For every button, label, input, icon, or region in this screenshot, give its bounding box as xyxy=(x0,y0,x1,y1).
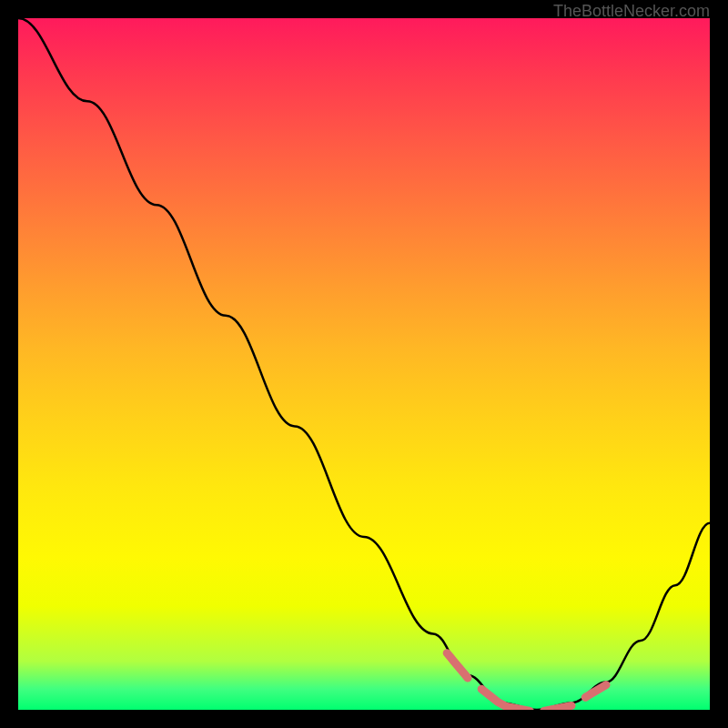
marker-segment xyxy=(544,705,571,710)
chart-curve-svg xyxy=(18,18,710,710)
marker-segment xyxy=(585,685,606,698)
chart-container xyxy=(18,18,710,710)
marker-segment xyxy=(481,689,530,710)
marker-segment xyxy=(447,653,468,678)
marker-points xyxy=(447,653,606,710)
bottleneck-curve xyxy=(18,18,710,710)
